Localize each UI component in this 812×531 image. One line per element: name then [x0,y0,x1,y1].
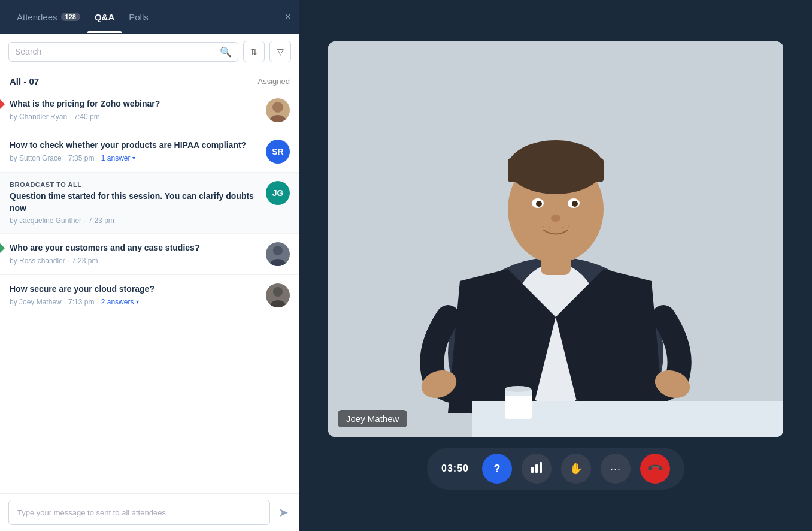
video-name-tag: Joey Mathew [338,410,407,427]
svg-point-1 [269,115,286,122]
qa-author: by Chandler Ryan [10,113,67,121]
svg-rect-23 [568,226,569,227]
search-input-wrap: 🔍 [8,42,238,62]
qa-time: 7:40 pm [74,113,99,121]
qa-author: by Jacqueline Gunther [10,216,81,225]
poll-icon [530,461,543,476]
qa-item-content: How secure are your cloud storage? by Jo… [10,283,259,306]
answers-link[interactable]: 2 answers [101,298,134,306]
sort-button[interactable]: ⇅ [243,41,265,62]
qa-item[interactable]: Who are your customers and any case stud… [0,234,299,275]
tab-qa-label: Q&A [95,12,114,22]
attendees-badge: 128 [61,13,80,21]
avatar [266,242,290,266]
more-icon: ··· [610,463,621,475]
qa-list: What is the pricing for Zoho webinar? by… [0,90,299,493]
svg-rect-32 [540,462,542,473]
qa-item[interactable]: How to check whether your products are H… [0,131,299,173]
qa-author: by Ross chandler [10,257,65,265]
qa-author: by Sutton Grace [10,154,62,162]
qa-question: Question time started for this session. … [10,191,259,214]
avatar-initials: JG [272,188,284,198]
qa-button[interactable]: ? [482,454,512,484]
tab-attendees-label: Attendees [17,12,57,22]
filter-button[interactable]: ▽ [269,41,291,62]
qa-question: What is the pricing for Zoho webinar? [10,98,259,110]
flag-green-icon [0,243,5,253]
qa-meta: by Chandler Ryan · 7:40 pm [10,113,259,121]
qa-meta: by Jacqueline Gunther · 7:23 pm [10,216,259,225]
left-panel: Attendees 128 Q&A Polls × 🔍 ⇅ ▽ All - 07… [0,0,299,531]
search-icon: 🔍 [220,46,232,58]
tab-polls-label: Polls [129,12,149,22]
search-input[interactable] [15,47,215,56]
svg-rect-22 [562,227,563,228]
qa-question: How to check whether your products are H… [10,140,259,152]
qa-time: 7:13 pm [68,298,94,306]
video-placeholder [328,41,783,437]
svg-point-29 [505,386,531,392]
react-icon: ✋ [569,462,583,475]
avatar-image [266,98,290,122]
svg-rect-30 [531,467,534,473]
tab-polls[interactable]: Polls [122,1,156,33]
avatar-image [266,283,290,307]
svg-rect-20 [543,226,544,227]
end-call-icon: 📞 [646,459,664,478]
qa-meta: by Joey Mathew · 7:13 pm · 2 answers ▾ [10,298,259,306]
panel-header: Attendees 128 Q&A Polls × [0,0,299,34]
svg-point-17 [536,201,542,207]
svg-rect-21 [549,227,550,228]
svg-point-19 [551,215,560,222]
filter-icon: ▽ [277,47,284,56]
svg-point-3 [270,259,286,266]
qa-icon: ? [494,463,501,475]
end-call-button[interactable]: 📞 [640,454,670,484]
avatar [266,98,290,122]
qa-item[interactable]: What is the pricing for Zoho webinar? by… [0,90,299,131]
qa-time: 7:23 pm [72,257,98,265]
chevron-down-icon: ▾ [136,298,139,305]
search-bar: 🔍 ⇅ ▽ [0,34,299,70]
poll-button[interactable] [522,454,552,484]
assigned-label: Assigned [258,77,290,86]
video-container: Joey Mathew [328,41,783,437]
tab-qa[interactable]: Q&A [87,1,122,33]
svg-point-5 [270,300,286,307]
qa-question: How secure are your cloud storage? [10,283,259,295]
qa-item[interactable]: How secure are your cloud storage? by Jo… [0,275,299,316]
presenter-svg [328,41,783,437]
svg-point-0 [272,102,283,113]
qa-time: 7:35 pm [68,154,94,162]
timer-display: 03:50 [441,463,472,474]
qa-item-content: Broadcast to all Question time started f… [10,181,259,225]
qa-item-content: What is the pricing for Zoho webinar? by… [10,98,259,121]
all-count: All - 07 [10,76,39,86]
react-button[interactable]: ✋ [561,454,591,484]
more-button[interactable]: ··· [601,454,631,484]
avatar: SR [266,140,290,164]
tab-attendees[interactable]: Attendees 128 [10,1,87,33]
qa-time: 7:23 pm [88,216,114,225]
qa-question: Who are your customers and any case stud… [10,242,259,254]
qa-item-content: Who are your customers and any case stud… [10,242,259,265]
qa-item-content: How to check whether your products are H… [10,140,259,162]
message-input[interactable] [8,500,270,525]
svg-point-18 [572,201,578,207]
chevron-down-icon: ▾ [132,155,135,161]
broadcast-label: Broadcast to all [10,181,259,188]
avatar-image [266,242,290,266]
close-button[interactable]: × [284,11,291,22]
svg-rect-14 [508,158,604,182]
avatar [266,283,290,307]
presenter-name: Joey Mathew [346,414,399,424]
send-button[interactable]: ➤ [276,503,291,522]
qa-item-broadcast[interactable]: Broadcast to all Question time started f… [0,173,299,234]
list-header: All - 07 Assigned [0,70,299,90]
flag-red-icon [0,99,5,109]
qa-author: by Joey Mathew [10,298,62,306]
qa-meta: by Sutton Grace · 7:35 pm · 1 answer ▾ [10,154,259,162]
message-bar: ➤ [0,493,299,531]
controls-bar: 03:50 ? ✋ ··· 📞 [427,448,684,490]
answers-link[interactable]: 1 answer [101,154,131,162]
